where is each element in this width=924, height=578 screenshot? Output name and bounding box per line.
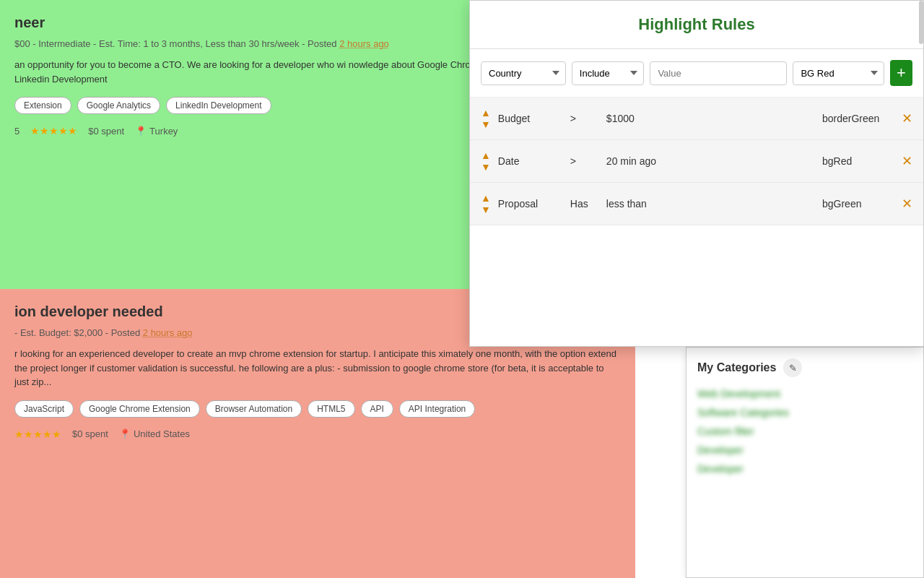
category-item-webdev[interactable]: Web Development <box>697 388 912 400</box>
rule-color-proposal: bgGreen <box>822 198 894 210</box>
country-select[interactable]: Country <box>481 61 566 85</box>
arrow-down-budget[interactable]: ▼ <box>481 119 491 129</box>
category-item-developer[interactable]: Developer <box>697 444 912 456</box>
rule-operator-budget: > <box>570 113 599 124</box>
scrollbar[interactable] <box>919 1 923 44</box>
tag-extension[interactable]: Extension <box>14 97 71 114</box>
rule-row-proposal: ▲ ▼ Proposal Has less than bgGreen ✕ <box>470 183 923 225</box>
tag-html5[interactable]: HTML5 <box>308 400 354 418</box>
job-meta-text-top: $00 - Intermediate - Est. Time: 1 to 3 m… <box>14 38 337 49</box>
posted-time-top: 2 hours ago <box>339 38 389 49</box>
arrow-up-proposal[interactable]: ▲ <box>481 193 491 203</box>
location-text-bottom: United States <box>134 428 190 439</box>
rule-field-date: Date <box>498 155 563 167</box>
rules-toolbar: Country Include BG Red + <box>470 49 923 98</box>
category-item-software[interactable]: Software Categories <box>697 407 912 418</box>
location-pin-top: 📍 <box>135 126 147 137</box>
add-rule-button[interactable]: + <box>890 60 912 86</box>
posted-time-bottom: 2 hours ago <box>143 327 193 338</box>
category-item-developer2[interactable]: Developer <box>697 463 912 475</box>
rule-operator-proposal: Has <box>570 198 599 210</box>
highlight-rules-title: Highlight Rules <box>484 15 909 34</box>
tag-chrome-extension[interactable]: Google Chrome Extension <box>79 400 200 418</box>
tag-google-analytics[interactable]: Google Analytics <box>77 97 160 114</box>
job-footer-bottom: ★★★★★ $0 spent 📍 United States <box>14 428 621 440</box>
tag-api-integration[interactable]: API Integration <box>399 400 475 418</box>
rule-color-budget: borderGreen <box>822 113 894 124</box>
highlight-rules-header: Highlight Rules <box>470 1 923 49</box>
categories-header: My Categories ✎ <box>697 358 912 377</box>
rule-arrows-date: ▲ ▼ <box>481 150 491 172</box>
rating-count-top: 5 <box>14 126 19 137</box>
location-pin-bottom: 📍 <box>119 428 131 439</box>
rule-value-date: 20 min ago <box>606 155 815 167</box>
rule-field-budget: Budget <box>498 113 563 124</box>
rule-color-date: bgRed <box>822 155 894 167</box>
spent-bottom: $0 spent <box>72 428 108 439</box>
delete-rule-date[interactable]: ✕ <box>902 153 912 169</box>
rule-arrows-proposal: ▲ ▼ <box>481 193 491 215</box>
value-input[interactable] <box>650 61 787 85</box>
tags-container-bottom: JavaScript Google Chrome Extension Brows… <box>14 400 621 418</box>
tag-api[interactable]: API <box>361 400 393 418</box>
stars-bottom: ★★★★★ <box>14 428 61 440</box>
edit-icon: ✎ <box>789 363 797 374</box>
tag-browser-automation[interactable]: Browser Automation <box>206 400 302 418</box>
rule-value-budget: $1000 <box>606 113 815 124</box>
rule-value-proposal: less than <box>606 198 815 210</box>
stars-top: ★★★★★ <box>30 125 77 137</box>
arrow-up-date[interactable]: ▲ <box>481 150 491 160</box>
rule-row-budget: ▲ ▼ Budget > $1000 borderGreen ✕ <box>470 98 923 140</box>
rule-arrows-budget: ▲ ▼ <box>481 108 491 129</box>
rule-row-date: ▲ ▼ Date > 20 min ago bgRed ✕ <box>470 140 923 183</box>
location-bottom: 📍 United States <box>119 428 190 439</box>
categories-panel: My Categories ✎ Web Development Software… <box>686 347 924 578</box>
arrow-down-date[interactable]: ▼ <box>481 162 491 172</box>
spent-top: $0 spent <box>88 126 124 137</box>
edit-categories-button[interactable]: ✎ <box>783 358 802 377</box>
categories-title: My Categories <box>697 361 776 374</box>
include-select[interactable]: Include <box>572 61 645 85</box>
color-select[interactable]: BG Red <box>793 61 884 85</box>
rules-list: ▲ ▼ Budget > $1000 borderGreen ✕ ▲ ▼ Dat… <box>470 98 923 225</box>
arrow-down-proposal[interactable]: ▼ <box>481 204 491 215</box>
highlight-rules-panel: Highlight Rules Country Include BG Red +… <box>469 0 924 347</box>
tag-linkedin[interactable]: LinkedIn Development <box>166 97 271 114</box>
job-meta-text-bottom: - Est. Budget: $2,000 - Posted <box>14 327 140 338</box>
category-item-custom[interactable]: Custom filter <box>697 426 912 437</box>
rule-field-proposal: Proposal <box>498 198 563 210</box>
tag-javascript[interactable]: JavaScript <box>14 400 74 418</box>
location-top: 📍 Turkey <box>135 126 178 137</box>
categories-list: Web Development Software Categories Cust… <box>697 388 912 475</box>
job-description-bottom: r looking for an experienced developer t… <box>14 347 621 389</box>
delete-rule-proposal[interactable]: ✕ <box>902 196 912 212</box>
location-text-top: Turkey <box>149 126 178 137</box>
rule-operator-date: > <box>570 155 599 167</box>
arrow-up-budget[interactable]: ▲ <box>481 108 491 118</box>
delete-rule-budget[interactable]: ✕ <box>902 111 912 126</box>
